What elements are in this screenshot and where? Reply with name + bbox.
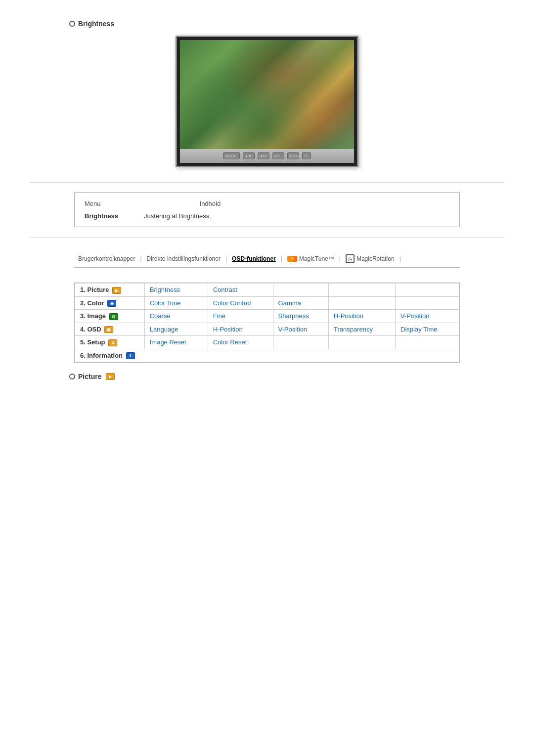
cell-transparency[interactable]: Transparency xyxy=(328,323,395,336)
brightness-button[interactable]: ▲▼ xyxy=(243,152,255,159)
cell-empty-6 xyxy=(273,336,328,349)
cell-brightness[interactable]: Brightness xyxy=(144,284,208,297)
menu-row-value: Justering af Brightness. xyxy=(144,212,211,220)
updown-button[interactable]: ▲/◇ xyxy=(258,152,269,159)
cell-sharpness[interactable]: Sharpness xyxy=(273,310,328,323)
power-button[interactable]: ◁ xyxy=(302,152,311,159)
picture-icon-2: ▶ xyxy=(106,373,115,380)
brightness-heading: Brightness xyxy=(69,20,504,28)
monitor-bezel: MENU ▲▼ ▲/◇ R/T AUTO ◁ xyxy=(180,149,354,163)
cell-color-tone[interactable]: Color Tone xyxy=(144,296,208,310)
picture-icon: ▶ xyxy=(112,287,121,294)
table-row: 1. Picture ▶ Brightness Contrast xyxy=(75,284,459,297)
picture-heading: Picture ▶ xyxy=(69,373,504,380)
cell-image-reset[interactable]: Image Reset xyxy=(144,336,208,349)
cell-empty-4 xyxy=(328,296,395,310)
cell-h-position-img[interactable]: H-Position xyxy=(328,310,395,323)
brightness-label: Brightness xyxy=(78,20,114,28)
tab-brugerkontrol[interactable]: Brugerkontrolknapper xyxy=(74,253,139,264)
tab-magicrotation[interactable]: ◷ MagicRotation xyxy=(342,252,399,265)
menu-table-header: Menu Indhold xyxy=(85,200,449,207)
cell-gamma[interactable]: Gamma xyxy=(273,296,328,310)
cell-fine[interactable]: Fine xyxy=(208,310,273,323)
table-row: 3. Image ⊡ Coarse Fine Sharpness H-Posit… xyxy=(75,310,459,323)
header-indhold: Indhold xyxy=(200,200,221,207)
monitor-container: MENU ▲▼ ▲/◇ R/T AUTO ◁ xyxy=(173,36,361,167)
cell-empty-8 xyxy=(396,336,459,349)
information-icon: ℹ xyxy=(126,352,135,359)
cell-empty-5 xyxy=(396,296,459,310)
menu-item-setup: 5. Setup ⚙ xyxy=(75,336,145,349)
osd-icon: ▣ xyxy=(104,326,113,333)
cell-h-position-osd[interactable]: H-Position xyxy=(208,323,273,336)
setup-icon: ⚙ xyxy=(108,339,117,346)
menu-table-container: Menu Indhold Brightness Justering af Bri… xyxy=(74,192,460,227)
radio-icon xyxy=(69,21,75,27)
image-icon: ⊡ xyxy=(109,313,118,320)
menu-item-picture: 1. Picture ▶ xyxy=(75,284,145,297)
cell-empty-3 xyxy=(396,284,459,297)
magic-icon: M xyxy=(287,256,297,262)
auto-button[interactable]: AUTO xyxy=(287,152,299,159)
tab-direkte[interactable]: Direkte indstillingsfunktioner xyxy=(143,253,224,264)
cell-empty-7 xyxy=(328,336,395,349)
menu-item-color: 2. Color ◉ xyxy=(75,296,145,310)
menu-table-row: Brightness Justering af Brightness. xyxy=(85,212,449,220)
tab-osd[interactable]: OSD-funktioner xyxy=(228,253,280,264)
osd-table-container: 1. Picture ▶ Brightness Contrast 2. Colo… xyxy=(74,283,460,363)
table-row: 2. Color ◉ Color Tone Color Control Gamm… xyxy=(75,296,459,310)
menu-item-osd: 4. OSD ▣ xyxy=(75,323,145,336)
cell-empty-1 xyxy=(273,284,328,297)
header-menu: Menu xyxy=(85,200,101,207)
picture-label: Picture xyxy=(78,373,101,380)
monitor-screen xyxy=(180,40,354,149)
cell-coarse[interactable]: Coarse xyxy=(144,310,208,323)
menu-button[interactable]: MENU xyxy=(223,152,240,159)
separator-1 xyxy=(30,182,504,183)
osd-table: 1. Picture ▶ Brightness Contrast 2. Colo… xyxy=(75,283,459,362)
cell-empty-2 xyxy=(328,284,395,297)
cell-display-time[interactable]: Display Time xyxy=(396,323,459,336)
table-row: 4. OSD ▣ Language H-Position V-Position … xyxy=(75,323,459,336)
tab-magictune[interactable]: M MagicTune™ xyxy=(283,253,338,264)
cell-v-position-osd[interactable]: V-Position xyxy=(273,323,328,336)
rotation-icon: ◷ xyxy=(346,254,355,263)
cell-color-reset[interactable]: Color Reset xyxy=(208,336,273,349)
rt-button[interactable]: R/T xyxy=(272,152,284,159)
menu-item-image: 3. Image ⊡ xyxy=(75,310,145,323)
table-row: 5. Setup ⚙ Image Reset Color Reset xyxy=(75,336,459,349)
cell-contrast[interactable]: Contrast xyxy=(208,284,273,297)
cell-color-control[interactable]: Color Control xyxy=(208,296,273,310)
cell-v-position-img[interactable]: V-Position xyxy=(396,310,459,323)
color-icon: ◉ xyxy=(107,300,116,307)
cell-language[interactable]: Language xyxy=(144,323,208,336)
separator-2 xyxy=(30,237,504,237)
menu-row-name: Brightness xyxy=(85,212,134,220)
table-row: 6. Information ℹ xyxy=(75,349,459,362)
nav-tabs: Brugerkontrolknapper | Direkte indstilli… xyxy=(74,252,460,268)
radio-icon-2 xyxy=(69,374,75,379)
monitor-frame: MENU ▲▼ ▲/◇ R/T AUTO ◁ xyxy=(176,36,358,167)
menu-item-information: 6. Information ℹ xyxy=(75,349,459,362)
